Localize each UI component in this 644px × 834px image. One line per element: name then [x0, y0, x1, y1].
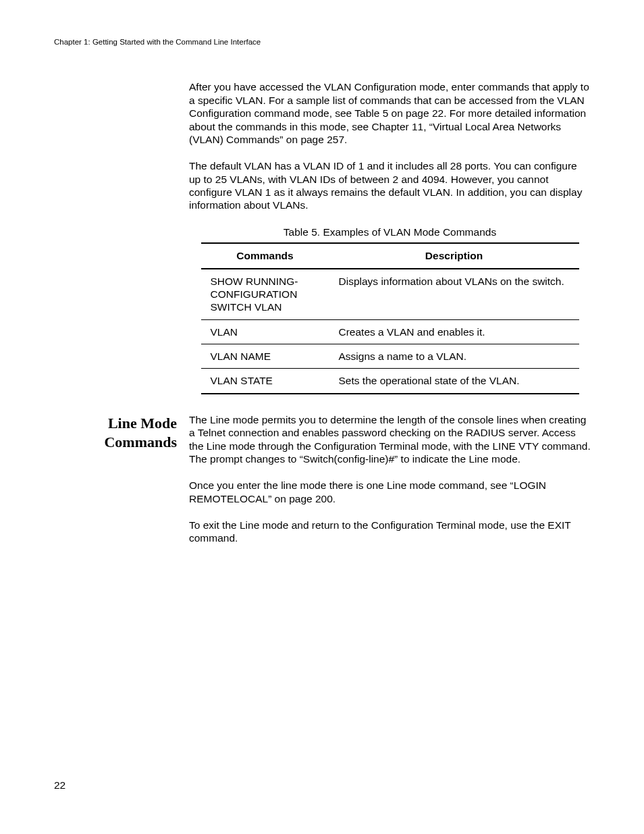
- body-paragraph: To exit the Line mode and return to the …: [189, 519, 591, 545]
- table-cell-description: Assigns a name to a VLAN.: [329, 344, 579, 369]
- body-paragraph: After you have accessed the VLAN Configu…: [189, 80, 591, 146]
- vlan-commands-table: Commands Description SHOW RUNNING-CONFIG…: [201, 242, 579, 394]
- line-mode-section: Line Mode Commands The Line mode permits…: [54, 413, 591, 558]
- table-header-description: Description: [329, 243, 579, 268]
- section-body: The Line mode permits you to determine t…: [189, 413, 591, 558]
- table-cell-description: Sets the operational state of the VLAN.: [329, 369, 579, 394]
- running-header: Chapter 1: Getting Started with the Comm…: [54, 37, 591, 47]
- table-cell-description: Displays information about VLANs on the …: [329, 269, 579, 320]
- page-number: 22: [54, 779, 65, 791]
- body-paragraph: Once you enter the line mode there is on…: [189, 479, 591, 505]
- table-caption: Table 5. Examples of VLAN Mode Commands: [189, 226, 591, 238]
- page-content: Chapter 1: Getting Started with the Comm…: [54, 37, 591, 558]
- body-paragraph: The Line mode permits you to determine t…: [189, 413, 591, 466]
- table-cell-command: VLAN NAME: [201, 344, 329, 369]
- table-header-commands: Commands: [201, 243, 329, 268]
- main-column: After you have accessed the VLAN Configu…: [189, 80, 591, 394]
- table-cell-command: VLAN: [201, 319, 329, 344]
- table-cell-command: SHOW RUNNING-CONFIGURATION SWITCH VLAN: [201, 269, 329, 320]
- table-row: SHOW RUNNING-CONFIGURATION SWITCH VLAN D…: [201, 269, 579, 320]
- table-row: VLAN Creates a VLAN and enables it.: [201, 319, 579, 344]
- table-header-row: Commands Description: [201, 243, 579, 268]
- body-paragraph: The default VLAN has a VLAN ID of 1 and …: [189, 159, 591, 212]
- table-cell-description: Creates a VLAN and enables it.: [329, 319, 579, 344]
- table-row: VLAN STATE Sets the operational state of…: [201, 369, 579, 394]
- table-cell-command: VLAN STATE: [201, 369, 329, 394]
- table-row: VLAN NAME Assigns a name to a VLAN.: [201, 344, 579, 369]
- section-heading-line-mode: Line Mode Commands: [54, 413, 177, 452]
